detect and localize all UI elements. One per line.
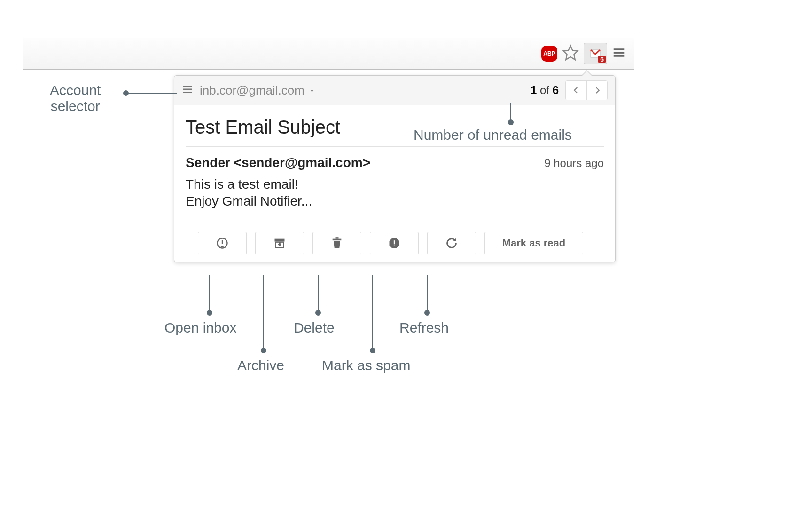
- annotation-connector: [126, 93, 177, 94]
- svg-marker-12: [277, 242, 281, 246]
- annotation-spam: Mark as spam: [322, 357, 410, 373]
- annotation-dot: [207, 310, 212, 316]
- pager-current: 1: [531, 84, 537, 96]
- svg-rect-14: [336, 237, 339, 239]
- svg-rect-7: [183, 92, 192, 93]
- adblock-label: ABP: [543, 50, 555, 57]
- gmail-unread-badge: 6: [598, 56, 606, 63]
- pager-total: 6: [553, 84, 559, 96]
- svg-rect-10: [275, 238, 285, 241]
- svg-marker-0: [563, 46, 578, 60]
- annotation-dot: [261, 348, 266, 353]
- svg-rect-3: [614, 52, 625, 54]
- browser-toolbar: ABP 6: [23, 38, 634, 70]
- svg-marker-8: [310, 90, 314, 92]
- annotation-delete: Delete: [294, 320, 335, 336]
- email-time: 9 hours ago: [544, 157, 604, 170]
- annotation-refresh: Refresh: [399, 320, 449, 336]
- chevron-down-icon: [308, 83, 316, 98]
- email-body: This is a test email! Enjoy Gmail Notifi…: [186, 176, 604, 223]
- pager-next-button[interactable]: [586, 81, 607, 100]
- chrome-menu-icon[interactable]: [612, 46, 626, 62]
- annotation-open-inbox: Open inbox: [164, 320, 236, 336]
- svg-rect-16: [394, 240, 395, 244]
- mark-read-button[interactable]: Mark as read: [484, 232, 583, 254]
- annotation-connector: [372, 275, 373, 350]
- mark-spam-button[interactable]: [370, 232, 419, 254]
- annotation-dot: [424, 310, 430, 316]
- annotation-connector: [318, 275, 319, 313]
- open-inbox-button[interactable]: [198, 232, 247, 254]
- annotation-connector: [209, 275, 210, 313]
- adblock-icon[interactable]: ABP: [541, 46, 557, 62]
- svg-rect-5: [183, 86, 192, 87]
- hamburger-icon[interactable]: [182, 84, 193, 97]
- annotation-connector: [263, 275, 264, 350]
- pager-info: 1 of 6: [531, 84, 559, 97]
- account-selector[interactable]: inb.cor@gmail.com: [200, 83, 316, 98]
- action-bar: Mark as read: [174, 227, 615, 262]
- refresh-button[interactable]: [427, 232, 476, 254]
- bookmark-star-icon[interactable]: [562, 44, 579, 63]
- pager-buttons: [565, 80, 608, 100]
- svg-rect-17: [394, 245, 395, 246]
- annotation-dot: [315, 310, 321, 316]
- pager-prev-button[interactable]: [566, 81, 586, 100]
- svg-rect-2: [614, 48, 625, 50]
- annotation-dot: [370, 348, 375, 353]
- delete-button[interactable]: [312, 232, 361, 254]
- gmail-extension-icon[interactable]: 6: [584, 43, 607, 64]
- annotation-unread: Number of unread emails: [414, 127, 572, 143]
- email-sender: Sender <sender@gmail.com>: [186, 155, 370, 170]
- archive-button[interactable]: [255, 232, 304, 254]
- svg-rect-13: [333, 238, 342, 240]
- annotation-archive: Archive: [237, 357, 284, 373]
- mark-read-label: Mark as read: [502, 237, 566, 249]
- gmail-notifier-popup: inb.cor@gmail.com 1 of 6 Test Email Subj…: [174, 75, 616, 262]
- account-email: inb.cor@gmail.com: [200, 83, 304, 98]
- svg-rect-6: [183, 89, 192, 90]
- annotation-connector: [427, 275, 428, 313]
- popup-header: inb.cor@gmail.com 1 of 6: [174, 76, 615, 105]
- annotation-account-selector: Account selector: [50, 82, 101, 114]
- pager-of: of: [540, 84, 549, 96]
- svg-rect-4: [614, 55, 625, 57]
- annotation-dot: [508, 119, 514, 125]
